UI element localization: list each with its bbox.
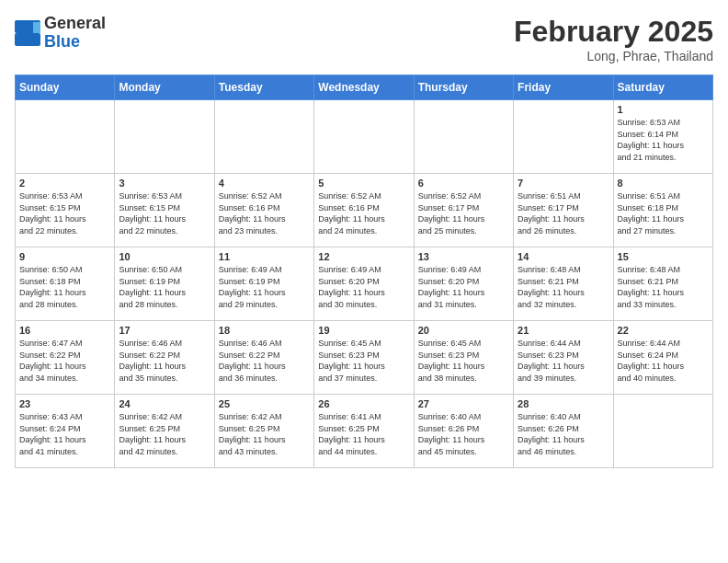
day-info: Sunrise: 6:53 AMSunset: 6:15 PMDaylight:… xyxy=(19,190,110,236)
weekday-header: Wednesday xyxy=(314,75,414,100)
day-info: Sunrise: 6:44 AMSunset: 6:23 PMDaylight:… xyxy=(518,338,609,384)
calendar-cell: 20Sunrise: 6:45 AMSunset: 6:23 PMDayligh… xyxy=(414,321,513,395)
day-info: Sunrise: 6:46 AMSunset: 6:22 PMDaylight:… xyxy=(219,338,310,384)
day-info: Sunrise: 6:44 AMSunset: 6:24 PMDaylight:… xyxy=(618,338,709,384)
logo-icon xyxy=(15,20,40,46)
day-info: Sunrise: 6:43 AMSunset: 6:24 PMDaylight:… xyxy=(19,411,110,457)
calendar-cell: 9Sunrise: 6:50 AMSunset: 6:18 PMDaylight… xyxy=(16,247,115,321)
logo: General Blue xyxy=(15,15,106,52)
day-info: Sunrise: 6:49 AMSunset: 6:20 PMDaylight:… xyxy=(418,264,509,310)
day-info: Sunrise: 6:48 AMSunset: 6:21 PMDaylight:… xyxy=(618,264,709,310)
day-info: Sunrise: 6:45 AMSunset: 6:23 PMDaylight:… xyxy=(418,338,509,384)
day-info: Sunrise: 6:40 AMSunset: 6:26 PMDaylight:… xyxy=(518,411,609,457)
day-number: 7 xyxy=(518,178,609,189)
calendar-cell: 4Sunrise: 6:52 AMSunset: 6:16 PMDaylight… xyxy=(214,174,313,247)
title-block: February 2025 Long, Phrae, Thailand xyxy=(514,15,713,63)
weekday-header: Monday xyxy=(115,75,214,100)
day-number: 13 xyxy=(418,251,509,262)
calendar-cell: 25Sunrise: 6:42 AMSunset: 6:25 PMDayligh… xyxy=(214,395,313,468)
day-number: 12 xyxy=(318,251,409,262)
day-number: 28 xyxy=(518,398,609,409)
day-number: 6 xyxy=(418,178,509,189)
calendar-cell: 11Sunrise: 6:49 AMSunset: 6:19 PMDayligh… xyxy=(214,247,313,321)
page-header: General Blue February 2025 Long, Phrae, … xyxy=(15,15,713,63)
calendar-cell xyxy=(314,100,414,174)
day-info: Sunrise: 6:53 AMSunset: 6:15 PMDaylight:… xyxy=(119,190,210,236)
day-number: 25 xyxy=(219,398,310,409)
day-info: Sunrise: 6:49 AMSunset: 6:19 PMDaylight:… xyxy=(219,264,310,310)
calendar-cell: 8Sunrise: 6:51 AMSunset: 6:18 PMDaylight… xyxy=(613,174,712,247)
calendar-cell xyxy=(514,100,613,174)
calendar-cell: 7Sunrise: 6:51 AMSunset: 6:17 PMDaylight… xyxy=(514,174,613,247)
calendar-cell: 28Sunrise: 6:40 AMSunset: 6:26 PMDayligh… xyxy=(514,395,613,468)
calendar-subtitle: Long, Phrae, Thailand xyxy=(514,49,713,63)
svg-rect-2 xyxy=(15,33,40,46)
day-info: Sunrise: 6:46 AMSunset: 6:22 PMDaylight:… xyxy=(119,338,210,384)
calendar-cell: 17Sunrise: 6:46 AMSunset: 6:22 PMDayligh… xyxy=(115,321,214,395)
calendar-cell: 23Sunrise: 6:43 AMSunset: 6:24 PMDayligh… xyxy=(16,395,115,468)
day-info: Sunrise: 6:51 AMSunset: 6:18 PMDaylight:… xyxy=(618,190,709,236)
calendar-week-row: 16Sunrise: 6:47 AMSunset: 6:22 PMDayligh… xyxy=(16,321,713,395)
calendar-cell: 16Sunrise: 6:47 AMSunset: 6:22 PMDayligh… xyxy=(16,321,115,395)
calendar-cell: 18Sunrise: 6:46 AMSunset: 6:22 PMDayligh… xyxy=(214,321,313,395)
calendar-cell: 12Sunrise: 6:49 AMSunset: 6:20 PMDayligh… xyxy=(314,247,414,321)
day-info: Sunrise: 6:53 AMSunset: 6:14 PMDaylight:… xyxy=(618,117,709,163)
calendar-cell xyxy=(115,100,214,174)
day-info: Sunrise: 6:47 AMSunset: 6:22 PMDaylight:… xyxy=(19,338,110,384)
calendar-week-row: 2Sunrise: 6:53 AMSunset: 6:15 PMDaylight… xyxy=(16,174,713,247)
day-number: 17 xyxy=(119,325,210,336)
day-number: 2 xyxy=(19,178,110,189)
day-info: Sunrise: 6:40 AMSunset: 6:26 PMDaylight:… xyxy=(418,411,509,457)
calendar-cell: 10Sunrise: 6:50 AMSunset: 6:19 PMDayligh… xyxy=(115,247,214,321)
calendar-cell xyxy=(16,100,115,174)
weekday-header: Saturday xyxy=(613,75,712,100)
day-number: 5 xyxy=(318,178,409,189)
calendar-cell: 14Sunrise: 6:48 AMSunset: 6:21 PMDayligh… xyxy=(514,247,613,321)
day-number: 4 xyxy=(219,178,310,189)
day-number: 18 xyxy=(219,325,310,336)
day-info: Sunrise: 6:50 AMSunset: 6:18 PMDaylight:… xyxy=(19,264,110,310)
calendar-cell: 6Sunrise: 6:52 AMSunset: 6:17 PMDaylight… xyxy=(414,174,513,247)
calendar-cell: 15Sunrise: 6:48 AMSunset: 6:21 PMDayligh… xyxy=(613,247,712,321)
day-number: 1 xyxy=(618,104,709,115)
calendar-cell: 26Sunrise: 6:41 AMSunset: 6:25 PMDayligh… xyxy=(314,395,414,468)
day-info: Sunrise: 6:42 AMSunset: 6:25 PMDaylight:… xyxy=(219,411,310,457)
day-info: Sunrise: 6:42 AMSunset: 6:25 PMDaylight:… xyxy=(119,411,210,457)
day-number: 10 xyxy=(119,251,210,262)
calendar-table: SundayMondayTuesdayWednesdayThursdayFrid… xyxy=(15,75,713,468)
day-info: Sunrise: 6:49 AMSunset: 6:20 PMDaylight:… xyxy=(318,264,409,310)
day-number: 24 xyxy=(119,398,210,409)
day-info: Sunrise: 6:52 AMSunset: 6:16 PMDaylight:… xyxy=(318,190,409,236)
weekday-header-row: SundayMondayTuesdayWednesdayThursdayFrid… xyxy=(16,75,713,100)
calendar-cell: 22Sunrise: 6:44 AMSunset: 6:24 PMDayligh… xyxy=(613,321,712,395)
day-number: 26 xyxy=(318,398,409,409)
day-number: 9 xyxy=(19,251,110,262)
day-number: 27 xyxy=(418,398,509,409)
day-info: Sunrise: 6:52 AMSunset: 6:17 PMDaylight:… xyxy=(418,190,509,236)
calendar-header: SundayMondayTuesdayWednesdayThursdayFrid… xyxy=(16,75,713,100)
day-info: Sunrise: 6:45 AMSunset: 6:23 PMDaylight:… xyxy=(318,338,409,384)
day-number: 14 xyxy=(518,251,609,262)
calendar-cell: 2Sunrise: 6:53 AMSunset: 6:15 PMDaylight… xyxy=(16,174,115,247)
calendar-cell: 21Sunrise: 6:44 AMSunset: 6:23 PMDayligh… xyxy=(514,321,613,395)
calendar-cell: 1Sunrise: 6:53 AMSunset: 6:14 PMDaylight… xyxy=(613,100,712,174)
calendar-week-row: 23Sunrise: 6:43 AMSunset: 6:24 PMDayligh… xyxy=(16,395,713,468)
day-number: 11 xyxy=(219,251,310,262)
day-number: 8 xyxy=(618,178,709,189)
day-number: 16 xyxy=(19,325,110,336)
calendar-cell: 13Sunrise: 6:49 AMSunset: 6:20 PMDayligh… xyxy=(414,247,513,321)
day-number: 20 xyxy=(418,325,509,336)
calendar-title: February 2025 xyxy=(514,15,713,49)
day-number: 19 xyxy=(318,325,409,336)
calendar-cell: 24Sunrise: 6:42 AMSunset: 6:25 PMDayligh… xyxy=(115,395,214,468)
calendar-week-row: 9Sunrise: 6:50 AMSunset: 6:18 PMDaylight… xyxy=(16,247,713,321)
weekday-header: Sunday xyxy=(16,75,115,100)
weekday-header: Thursday xyxy=(414,75,513,100)
calendar-week-row: 1Sunrise: 6:53 AMSunset: 6:14 PMDaylight… xyxy=(16,100,713,174)
calendar-cell xyxy=(613,395,712,468)
day-number: 21 xyxy=(518,325,609,336)
day-number: 3 xyxy=(119,178,210,189)
calendar-cell: 19Sunrise: 6:45 AMSunset: 6:23 PMDayligh… xyxy=(314,321,414,395)
day-info: Sunrise: 6:41 AMSunset: 6:25 PMDaylight:… xyxy=(318,411,409,457)
weekday-header: Tuesday xyxy=(214,75,313,100)
